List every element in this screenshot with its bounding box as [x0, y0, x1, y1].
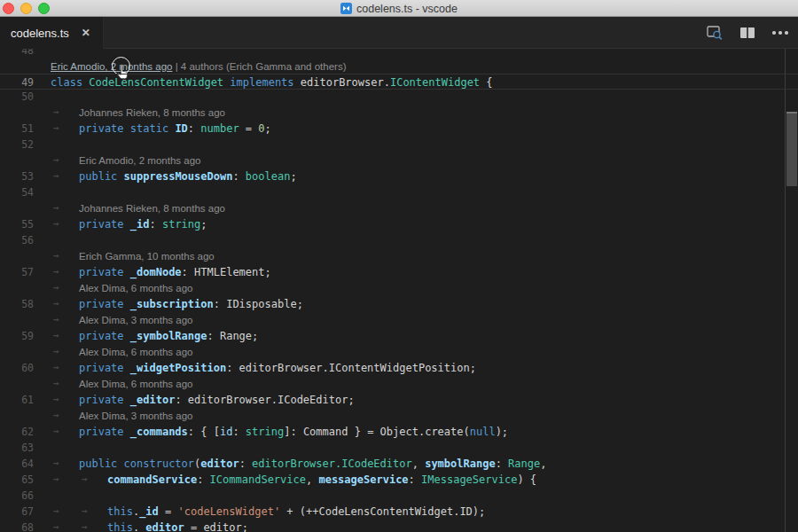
- code-line[interactable]: 55→private _id: string;: [0, 216, 798, 232]
- line-number[interactable]: 48: [0, 49, 34, 59]
- line-number[interactable]: 61: [0, 392, 34, 408]
- codelens-row[interactable]: →Alex Dima, 3 months ago: [0, 312, 798, 328]
- code-line[interactable]: 50: [0, 89, 798, 105]
- code-text[interactable]: private _editor: editorBrowser.ICodeEdit…: [79, 392, 355, 408]
- line-number[interactable]: 49: [0, 74, 34, 90]
- line-number[interactable]: 65: [0, 472, 34, 488]
- code-line[interactable]: 65→→commandService: ICommandService, mes…: [0, 472, 798, 488]
- code-text[interactable]: commandService: ICommandService, message…: [107, 472, 536, 488]
- code-editor[interactable]: 48Eric Amodio, 2 months ago | 4 authors …: [0, 49, 798, 532]
- tab-whitespace-icon: →: [82, 472, 88, 488]
- code-line[interactable]: 60→private _widgetPosition: editorBrowse…: [0, 360, 798, 376]
- tab-whitespace-icon: →: [82, 520, 88, 532]
- code-line[interactable]: 56: [0, 232, 798, 248]
- tab-whitespace-icon: →: [53, 344, 59, 360]
- line-number[interactable]: 60: [0, 360, 34, 376]
- split-editor-button[interactable]: [737, 21, 758, 44]
- line-number[interactable]: 68: [0, 520, 34, 532]
- codelens-text: Johannes Rieken, 8 months ago: [79, 203, 225, 214]
- tab-codelens-ts[interactable]: codelens.ts ✕: [0, 17, 104, 49]
- line-number[interactable]: 54: [0, 184, 34, 200]
- code-line[interactable]: 58→private _subscription: IDisposable;: [0, 296, 798, 312]
- tab-whitespace-icon: →: [82, 504, 88, 520]
- code-line[interactable]: 64→public constructor(editor: editorBrow…: [0, 456, 798, 472]
- codelens-text: Alex Dima, 3 months ago: [79, 315, 192, 325]
- code-line[interactable]: 61→private _editor: editorBrowser.ICodeE…: [0, 392, 798, 408]
- line-number[interactable]: 51: [0, 121, 34, 137]
- code-text[interactable]: public constructor(editor: editorBrowser…: [79, 456, 546, 472]
- line-number[interactable]: 67: [0, 504, 34, 520]
- window-title: codelens.ts - vscode: [356, 3, 458, 15]
- codelens-text: Alex Dima, 6 months ago: [79, 379, 192, 389]
- code-line[interactable]: 57→private _domNode: HTMLElement;: [0, 264, 798, 280]
- codelens-text: |: [172, 61, 180, 72]
- tab-whitespace-icon: →: [53, 392, 59, 408]
- code-text[interactable]: private _domNode: HTMLElement;: [79, 264, 271, 280]
- line-number[interactable]: 59: [0, 328, 34, 344]
- close-tab-icon[interactable]: ✕: [82, 27, 90, 38]
- codelens-text: Alex Dima, 3 months ago: [79, 411, 192, 421]
- tab-whitespace-icon: →: [53, 504, 59, 520]
- code-text[interactable]: this._id = 'codeLensWidget' + (++CodeLen…: [107, 504, 485, 520]
- ellipsis-icon: [772, 31, 788, 35]
- codelens-text: Erich Gamma, 10 months ago: [79, 251, 215, 262]
- code-line[interactable]: 54: [0, 184, 798, 200]
- line-number[interactable]: 56: [0, 232, 34, 248]
- codelens-row[interactable]: →Alex Dima, 6 months ago: [0, 376, 798, 392]
- tab-whitespace-icon: →: [53, 472, 59, 488]
- scrollbar-thumb[interactable]: [786, 112, 797, 186]
- tab-whitespace-icon: →: [53, 121, 59, 137]
- open-preview-button[interactable]: [704, 21, 725, 44]
- code-line[interactable]: 52: [0, 137, 798, 153]
- scrollbar-track[interactable]: [785, 49, 786, 532]
- split-editor-icon: [739, 27, 755, 39]
- codelens-row[interactable]: →Johannes Rieken, 8 months ago: [0, 200, 798, 216]
- codelens-row[interactable]: →Johannes Rieken, 8 months ago: [0, 105, 798, 121]
- code-text[interactable]: class CodeLensContentWidget implements e…: [51, 74, 493, 90]
- code-line[interactable]: 63: [0, 440, 798, 456]
- more-actions-button[interactable]: [770, 21, 791, 44]
- tab-whitespace-icon: →: [53, 200, 59, 216]
- code-line[interactable]: 59→private _symbolRange: Range;: [0, 328, 798, 344]
- tab-label: codelens.ts: [11, 27, 69, 40]
- code-line[interactable]: 68→→this._editor = editor;: [0, 520, 798, 532]
- line-number[interactable]: 66: [0, 488, 34, 504]
- line-number[interactable]: 64: [0, 456, 34, 472]
- codelens-text: Alex Dima, 6 months ago: [79, 283, 192, 293]
- code-text[interactable]: private static ID: number = 0;: [79, 121, 271, 137]
- code-line[interactable]: 67→→this._id = 'codeLensWidget' + (++Cod…: [0, 504, 798, 520]
- code-text[interactable]: public suppressMouseDown: boolean;: [79, 168, 297, 184]
- code-text[interactable]: private _subscription: IDisposable;: [79, 296, 303, 312]
- codelens-row[interactable]: →Alex Dima, 3 months ago: [0, 408, 798, 424]
- line-number[interactable]: 52: [0, 137, 34, 153]
- codelens-row[interactable]: →Alex Dima, 6 months ago: [0, 280, 798, 296]
- tab-whitespace-icon: →: [53, 248, 59, 264]
- line-number[interactable]: 62: [0, 424, 34, 440]
- codelens-row[interactable]: →Eric Amodio, 2 months ago: [0, 153, 798, 168]
- tab-whitespace-icon: →: [53, 296, 59, 312]
- codelens-text: Alex Dima, 6 months ago: [79, 347, 192, 357]
- tab-whitespace-icon: →: [53, 105, 59, 121]
- line-number[interactable]: 63: [0, 440, 34, 456]
- tab-whitespace-icon: →: [53, 376, 59, 392]
- tab-whitespace-icon: →: [53, 168, 59, 184]
- code-text[interactable]: private _id: string;: [79, 216, 207, 232]
- code-text[interactable]: private _widgetPosition: editorBrowser.I…: [79, 360, 476, 376]
- line-number[interactable]: 53: [0, 168, 34, 184]
- code-text[interactable]: private _symbolRange: Range;: [79, 328, 258, 344]
- codelens-row[interactable]: →Alex Dima, 6 months ago: [0, 344, 798, 360]
- code-line[interactable]: 62→private _commands: { [id: string]: Co…: [0, 424, 798, 440]
- tab-whitespace-icon: →: [53, 264, 59, 280]
- codelens-row[interactable]: →Erich Gamma, 10 months ago: [0, 248, 798, 264]
- code-line[interactable]: 49class CodeLensContentWidget implements…: [0, 74, 798, 90]
- code-text[interactable]: private _commands: { [id: string]: Comma…: [79, 424, 508, 440]
- code-text[interactable]: this._editor = editor;: [107, 520, 248, 532]
- code-line[interactable]: 53→public suppressMouseDown: boolean;: [0, 168, 798, 184]
- code-line[interactable]: 51→private static ID: number = 0;: [0, 121, 798, 137]
- tab-whitespace-icon: →: [53, 456, 59, 472]
- line-number[interactable]: 58: [0, 296, 34, 312]
- code-line[interactable]: 66: [0, 488, 798, 504]
- line-number[interactable]: 55: [0, 216, 34, 232]
- line-number[interactable]: 50: [0, 89, 34, 105]
- line-number[interactable]: 57: [0, 264, 34, 280]
